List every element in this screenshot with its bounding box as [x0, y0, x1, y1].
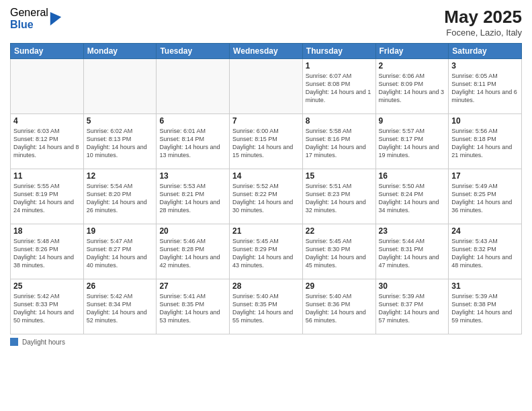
- table-row: 2Sunrise: 6:06 AM Sunset: 8:09 PM Daylig…: [375, 59, 449, 114]
- table-row: [157, 59, 230, 114]
- day-info: Sunrise: 5:57 AM Sunset: 8:17 PM Dayligh…: [379, 127, 446, 160]
- table-row: 14Sunrise: 5:52 AM Sunset: 8:22 PM Dayli…: [230, 169, 303, 224]
- day-number: 24: [451, 226, 519, 236]
- table-row: 10Sunrise: 5:56 AM Sunset: 8:18 PM Dayli…: [449, 114, 522, 169]
- table-row: 8Sunrise: 5:58 AM Sunset: 8:16 PM Daylig…: [302, 114, 375, 169]
- day-number: 1: [306, 61, 373, 71]
- day-info: Sunrise: 5:45 AM Sunset: 8:30 PM Dayligh…: [306, 237, 373, 270]
- table-row: 31Sunrise: 5:39 AM Sunset: 8:38 PM Dayli…: [449, 279, 522, 334]
- calendar-table: Sunday Monday Tuesday Wednesday Thursday…: [10, 43, 522, 334]
- table-row: 13Sunrise: 5:53 AM Sunset: 8:21 PM Dayli…: [157, 169, 230, 224]
- col-tuesday: Tuesday: [157, 44, 230, 59]
- day-info: Sunrise: 6:05 AM Sunset: 8:11 PM Dayligh…: [451, 72, 519, 105]
- logo: General Blue: [10, 7, 62, 30]
- day-info: Sunrise: 5:44 AM Sunset: 8:31 PM Dayligh…: [379, 237, 446, 270]
- day-info: Sunrise: 5:56 AM Sunset: 8:18 PM Dayligh…: [451, 127, 519, 160]
- day-info: Sunrise: 5:45 AM Sunset: 8:29 PM Dayligh…: [232, 237, 300, 270]
- table-row: 3Sunrise: 6:05 AM Sunset: 8:11 PM Daylig…: [449, 59, 522, 114]
- table-row: [230, 59, 303, 114]
- svg-marker-0: [50, 12, 61, 26]
- day-number: 6: [159, 116, 226, 126]
- table-row: [11, 59, 84, 114]
- day-number: 27: [159, 281, 226, 291]
- day-number: 28: [232, 281, 300, 291]
- table-row: 1Sunrise: 6:07 AM Sunset: 8:08 PM Daylig…: [302, 59, 375, 114]
- table-row: 24Sunrise: 5:43 AM Sunset: 8:32 PM Dayli…: [449, 224, 522, 279]
- day-info: Sunrise: 5:46 AM Sunset: 8:28 PM Dayligh…: [159, 237, 226, 270]
- col-monday: Monday: [83, 44, 157, 59]
- table-row: 12Sunrise: 5:54 AM Sunset: 8:20 PM Dayli…: [83, 169, 157, 224]
- day-info: Sunrise: 5:50 AM Sunset: 8:24 PM Dayligh…: [379, 182, 446, 215]
- day-info: Sunrise: 5:52 AM Sunset: 8:22 PM Dayligh…: [232, 182, 300, 215]
- title-block: May 2025 Focene, Lazio, Italy: [444, 7, 522, 38]
- day-info: Sunrise: 5:43 AM Sunset: 8:32 PM Dayligh…: [451, 237, 519, 270]
- logo-icon: [50, 12, 62, 26]
- day-number: 19: [87, 226, 154, 236]
- table-row: 18Sunrise: 5:48 AM Sunset: 8:26 PM Dayli…: [11, 224, 84, 279]
- legend-label: Daylight hours: [22, 338, 65, 346]
- calendar-week-row: 18Sunrise: 5:48 AM Sunset: 8:26 PM Dayli…: [11, 224, 522, 279]
- calendar-week-row: 11Sunrise: 5:55 AM Sunset: 8:19 PM Dayli…: [11, 169, 522, 224]
- day-info: Sunrise: 5:40 AM Sunset: 8:35 PM Dayligh…: [232, 292, 300, 325]
- header: General Blue May 2025 Focene, Lazio, Ita…: [10, 7, 522, 38]
- day-info: Sunrise: 6:00 AM Sunset: 8:15 PM Dayligh…: [232, 127, 300, 160]
- day-info: Sunrise: 5:55 AM Sunset: 8:19 PM Dayligh…: [13, 182, 81, 215]
- day-number: 18: [13, 226, 81, 236]
- day-number: 8: [306, 116, 373, 126]
- day-info: Sunrise: 5:39 AM Sunset: 8:37 PM Dayligh…: [379, 292, 446, 325]
- day-info: Sunrise: 5:42 AM Sunset: 8:33 PM Dayligh…: [13, 292, 81, 325]
- day-number: 25: [13, 281, 81, 291]
- day-number: 23: [379, 226, 446, 236]
- day-number: 4: [13, 116, 81, 126]
- table-row: 6Sunrise: 6:01 AM Sunset: 8:14 PM Daylig…: [157, 114, 230, 169]
- location-subtitle: Focene, Lazio, Italy: [444, 28, 522, 38]
- col-saturday: Saturday: [449, 44, 522, 59]
- calendar-week-row: 25Sunrise: 5:42 AM Sunset: 8:33 PM Dayli…: [11, 279, 522, 334]
- table-row: [83, 59, 157, 114]
- table-row: 17Sunrise: 5:49 AM Sunset: 8:25 PM Dayli…: [449, 169, 522, 224]
- calendar-week-row: 1Sunrise: 6:07 AM Sunset: 8:08 PM Daylig…: [11, 59, 522, 114]
- legend: Daylight hours: [10, 338, 522, 346]
- page: General Blue May 2025 Focene, Lazio, Ita…: [0, 0, 532, 411]
- day-number: 30: [379, 281, 446, 291]
- col-friday: Friday: [375, 44, 449, 59]
- day-info: Sunrise: 6:06 AM Sunset: 8:09 PM Dayligh…: [379, 72, 446, 105]
- day-info: Sunrise: 5:51 AM Sunset: 8:23 PM Dayligh…: [306, 182, 373, 215]
- day-number: 22: [306, 226, 373, 236]
- month-year-title: May 2025: [444, 7, 522, 28]
- day-info: Sunrise: 6:03 AM Sunset: 8:12 PM Dayligh…: [13, 127, 81, 160]
- col-thursday: Thursday: [302, 44, 375, 59]
- day-number: 14: [232, 171, 300, 181]
- day-number: 3: [451, 61, 519, 71]
- table-row: 22Sunrise: 5:45 AM Sunset: 8:30 PM Dayli…: [302, 224, 375, 279]
- day-number: 17: [451, 171, 519, 181]
- table-row: 21Sunrise: 5:45 AM Sunset: 8:29 PM Dayli…: [230, 224, 303, 279]
- day-number: 12: [87, 171, 154, 181]
- table-row: 19Sunrise: 5:47 AM Sunset: 8:27 PM Dayli…: [83, 224, 157, 279]
- day-info: Sunrise: 5:58 AM Sunset: 8:16 PM Dayligh…: [306, 127, 373, 160]
- day-number: 20: [159, 226, 226, 236]
- day-info: Sunrise: 5:49 AM Sunset: 8:25 PM Dayligh…: [451, 182, 519, 215]
- table-row: 4Sunrise: 6:03 AM Sunset: 8:12 PM Daylig…: [11, 114, 84, 169]
- day-number: 29: [306, 281, 373, 291]
- day-number: 11: [13, 171, 81, 181]
- day-number: 16: [379, 171, 446, 181]
- day-info: Sunrise: 5:41 AM Sunset: 8:35 PM Dayligh…: [159, 292, 226, 325]
- day-info: Sunrise: 5:39 AM Sunset: 8:38 PM Dayligh…: [451, 292, 519, 325]
- day-number: 21: [232, 226, 300, 236]
- day-info: Sunrise: 5:54 AM Sunset: 8:20 PM Dayligh…: [87, 182, 154, 215]
- table-row: 15Sunrise: 5:51 AM Sunset: 8:23 PM Dayli…: [302, 169, 375, 224]
- table-row: 26Sunrise: 5:42 AM Sunset: 8:34 PM Dayli…: [83, 279, 157, 334]
- table-row: 27Sunrise: 5:41 AM Sunset: 8:35 PM Dayli…: [157, 279, 230, 334]
- table-row: 25Sunrise: 5:42 AM Sunset: 8:33 PM Dayli…: [11, 279, 84, 334]
- day-info: Sunrise: 5:47 AM Sunset: 8:27 PM Dayligh…: [87, 237, 154, 270]
- day-number: 9: [379, 116, 446, 126]
- logo-general: General: [10, 7, 48, 19]
- table-row: 29Sunrise: 5:40 AM Sunset: 8:36 PM Dayli…: [302, 279, 375, 334]
- legend-color-box: [10, 338, 18, 346]
- table-row: 20Sunrise: 5:46 AM Sunset: 8:28 PM Dayli…: [157, 224, 230, 279]
- day-number: 10: [451, 116, 519, 126]
- col-wednesday: Wednesday: [230, 44, 303, 59]
- day-number: 2: [379, 61, 446, 71]
- col-sunday: Sunday: [11, 44, 84, 59]
